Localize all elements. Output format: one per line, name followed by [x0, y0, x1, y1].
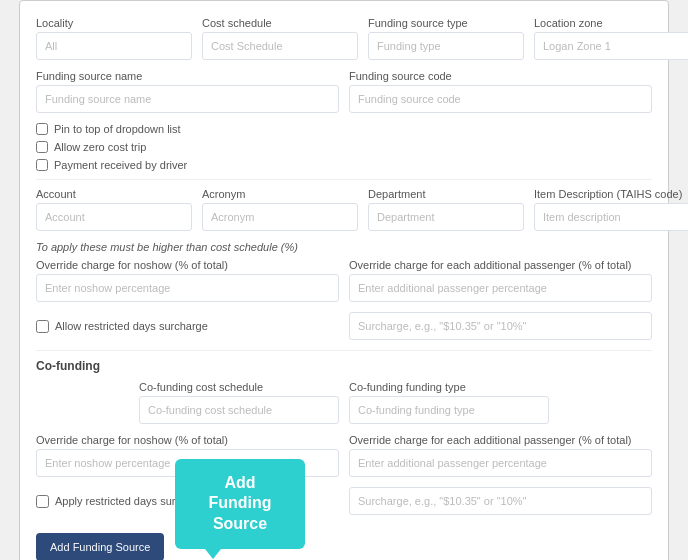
- cofunding-title: Co-funding: [36, 359, 652, 373]
- row-1: Locality Cost schedule Funding source ty…: [36, 17, 652, 60]
- row-cofunding-restricted: Apply restricted days surcharge: [36, 487, 652, 515]
- locality-input[interactable]: [36, 32, 192, 60]
- cofunding-center-row: Co-funding cost schedule Co-funding fund…: [36, 381, 652, 424]
- override-passenger-input[interactable]: [349, 274, 652, 302]
- row-account: Account Acronym Department Item Descript…: [36, 188, 652, 231]
- locality-label: Locality: [36, 17, 192, 29]
- allow-restricted-group: Allow restricted days surcharge: [36, 320, 339, 333]
- cofunding-surcharge-group: [349, 487, 652, 515]
- zero-cost-checkbox-group: Allow zero cost trip: [36, 141, 652, 153]
- override-passenger-label: Override charge for each additional pass…: [349, 259, 652, 271]
- row-override: Override charge for noshow (% of total) …: [36, 259, 652, 302]
- pin-checkbox-group: Pin to top of dropdown list: [36, 123, 652, 135]
- location-zone-label: Location zone: [534, 17, 688, 29]
- funding-source-type-input[interactable]: [368, 32, 524, 60]
- acronym-group: Acronym: [202, 188, 358, 231]
- location-zone-group: Location zone: [534, 17, 688, 60]
- tooltip-text: Add Funding Source: [208, 474, 271, 533]
- form-card: Locality Cost schedule Funding source ty…: [19, 0, 669, 560]
- apply-restricted-checkbox[interactable]: [36, 495, 49, 508]
- allow-restricted-checkbox[interactable]: [36, 320, 49, 333]
- item-desc-input[interactable]: [534, 203, 688, 231]
- account-input[interactable]: [36, 203, 192, 231]
- pin-label: Pin to top of dropdown list: [54, 123, 181, 135]
- zero-cost-checkbox[interactable]: [36, 141, 48, 153]
- apply-info-text: To apply these must be higher than cost …: [36, 241, 652, 253]
- funding-source-name-group: Funding source name: [36, 70, 339, 113]
- item-desc-label: Item Description (TAIHS code): [534, 188, 688, 200]
- row-restricted: Allow restricted days surcharge: [36, 312, 652, 340]
- department-input[interactable]: [368, 203, 524, 231]
- add-funding-source-button[interactable]: Add Funding Source: [36, 533, 164, 560]
- cofunding-type-label: Co-funding funding type: [349, 381, 549, 393]
- surcharge-group: [349, 312, 652, 340]
- row-cofunding-override: Override charge for noshow (% of total) …: [36, 434, 652, 477]
- funding-source-code-label: Funding source code: [349, 70, 652, 82]
- tooltip-bubble: Add Funding Source: [175, 459, 305, 549]
- cost-schedule-label: Cost schedule: [202, 17, 358, 29]
- locality-group: Locality: [36, 17, 192, 60]
- cofunding-type-input[interactable]: [349, 396, 549, 424]
- funding-source-type-group: Funding source type: [368, 17, 524, 60]
- override-noshow-group: Override charge for noshow (% of total): [36, 259, 339, 302]
- surcharge-input[interactable]: [349, 312, 652, 340]
- funding-source-code-group: Funding source code: [349, 70, 652, 113]
- payment-label: Payment received by driver: [54, 159, 187, 171]
- department-label: Department: [368, 188, 524, 200]
- zero-cost-label: Allow zero cost trip: [54, 141, 146, 153]
- cofunding-surcharge-input[interactable]: [349, 487, 652, 515]
- funding-source-name-input[interactable]: [36, 85, 339, 113]
- funding-source-code-input[interactable]: [349, 85, 652, 113]
- cofunding-cost-input[interactable]: [139, 396, 339, 424]
- cofunding-passenger-input[interactable]: [349, 449, 652, 477]
- cofunding-cost-label: Co-funding cost schedule: [139, 381, 339, 393]
- funding-source-type-label: Funding source type: [368, 17, 524, 29]
- override-passenger-group: Override charge for each additional pass…: [349, 259, 652, 302]
- department-group: Department: [368, 188, 524, 231]
- allow-restricted-label: Allow restricted days surcharge: [55, 320, 208, 332]
- override-noshow-input[interactable]: [36, 274, 339, 302]
- acronym-label: Acronym: [202, 188, 358, 200]
- row-2: Funding source name Funding source code: [36, 70, 652, 113]
- override-noshow-label: Override charge for noshow (% of total): [36, 259, 339, 271]
- cofunding-passenger-label: Override charge for each additional pass…: [349, 434, 652, 446]
- cost-schedule-input[interactable]: [202, 32, 358, 60]
- account-label: Account: [36, 188, 192, 200]
- payment-checkbox[interactable]: [36, 159, 48, 171]
- cofunding-cost-group: Co-funding cost schedule: [139, 381, 339, 424]
- account-group: Account: [36, 188, 192, 231]
- payment-checkbox-group: Payment received by driver: [36, 159, 652, 171]
- acronym-input[interactable]: [202, 203, 358, 231]
- cofunding-type-group: Co-funding funding type: [349, 381, 549, 424]
- funding-source-name-label: Funding source name: [36, 70, 339, 82]
- cofunding-passenger-group: Override charge for each additional pass…: [349, 434, 652, 477]
- item-desc-group: Item Description (TAIHS code): [534, 188, 688, 231]
- cost-schedule-group: Cost schedule: [202, 17, 358, 60]
- cofunding-noshow-label: Override charge for noshow (% of total): [36, 434, 339, 446]
- location-zone-input[interactable]: [534, 32, 688, 60]
- pin-checkbox[interactable]: [36, 123, 48, 135]
